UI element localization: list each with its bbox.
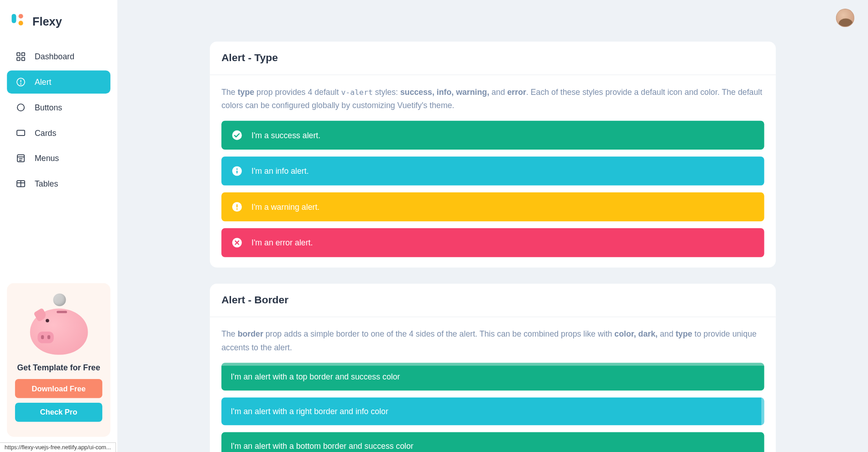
card-title: Alert - Border (221, 294, 764, 307)
alert-text: I'm an error alert. (251, 238, 313, 247)
alert-text: I'm an info alert. (251, 166, 309, 176)
sidebar-item-dashboard[interactable]: Dashboard (7, 45, 110, 68)
svg-point-18 (236, 168, 238, 170)
circle-icon (15, 102, 26, 113)
app-name: Flexy (32, 15, 62, 28)
promo-card: Get Template for Free Download Free Chec… (7, 283, 110, 437)
alert-text: I'm an alert with a top border and succe… (230, 372, 400, 381)
card-body: The border prop adds a simple border to … (210, 317, 776, 452)
card-body: The type prop provides 4 default v-alert… (210, 75, 776, 268)
alert-circle-icon (15, 76, 26, 88)
promo-title: Get Template for Free (15, 363, 102, 372)
svg-rect-3 (22, 57, 25, 61)
sidebar-item-tables[interactable]: Tables (7, 172, 110, 195)
alert-text: I'm an alert with a right border and inf… (230, 407, 388, 416)
sidebar-item-buttons[interactable]: Buttons (7, 96, 110, 119)
alert-border-bottom: I'm an alert with a bottom border and su… (221, 432, 764, 452)
card-header: Alert - Border (210, 284, 776, 317)
svg-rect-21 (236, 204, 238, 208)
svg-rect-1 (22, 53, 25, 56)
x-circle-icon (230, 236, 243, 249)
check-pro-button[interactable]: Check Pro (15, 403, 102, 422)
check-circle-icon (230, 129, 243, 142)
browser-status-bar: https://flexy-vuejs-free.netlify.app/ui-… (0, 442, 116, 452)
alert-text: I'm a success alert. (251, 131, 320, 140)
card-icon (15, 127, 26, 139)
svg-rect-0 (17, 53, 20, 56)
download-free-button[interactable]: Download Free (15, 379, 102, 398)
alert-border-top: I'm an alert with a top border and succe… (221, 363, 764, 390)
piggy-bank-icon (27, 293, 90, 357)
logo[interactable]: Flexy (7, 9, 110, 40)
sidebar-item-label: Buttons (35, 103, 62, 112)
svg-rect-2 (17, 57, 20, 61)
sidebar-item-menus[interactable]: Menus (7, 147, 110, 170)
sidebar-item-label: Tables (35, 179, 58, 188)
alert-text: I'm an alert with a bottom border and su… (230, 442, 413, 451)
alert-error: I'm an error alert. (221, 229, 764, 257)
card-alert-border: Alert - Border The border prop adds a si… (210, 284, 776, 452)
sidebar: Flexy Dashboard Alert Buttons Cards (0, 0, 117, 452)
logo-mark-icon (11, 14, 26, 29)
alert-border-right: I'm an alert with a right border and inf… (221, 397, 764, 425)
svg-rect-8 (17, 130, 25, 135)
card-title: Alert - Type (221, 52, 764, 64)
svg-point-22 (236, 208, 238, 210)
card-header: Alert - Type (210, 42, 776, 75)
dashboard-icon (15, 51, 26, 62)
alert-text: I'm a warning alert. (251, 203, 319, 212)
info-circle-icon (230, 165, 243, 177)
topbar (117, 0, 868, 36)
svg-point-6 (21, 84, 21, 84)
sidebar-item-alert[interactable]: Alert (7, 71, 110, 94)
alert-info: I'm an info alert. (221, 157, 764, 186)
card-description: The border prop adds a simple border to … (221, 327, 764, 353)
sidebar-item-label: Dashboard (35, 52, 74, 61)
svg-point-7 (17, 104, 24, 111)
sidebar-item-label: Cards (35, 128, 56, 137)
sidebar-item-cards[interactable]: Cards (7, 121, 110, 145)
sidebar-nav: Dashboard Alert Buttons Cards Menus (7, 45, 110, 197)
menu-icon (15, 152, 26, 164)
exclamation-circle-icon (230, 201, 243, 213)
alert-success: I'm a success alert. (221, 121, 764, 150)
sidebar-item-label: Alert (35, 78, 51, 87)
table-icon (15, 178, 26, 189)
user-avatar[interactable] (836, 9, 855, 27)
main-content: Alert - Type The type prop provides 4 de… (117, 0, 868, 452)
card-description: The type prop provides 4 default v-alert… (221, 85, 764, 111)
alert-warning: I'm a warning alert. (221, 192, 764, 221)
svg-rect-19 (236, 171, 238, 173)
sidebar-item-label: Menus (35, 154, 59, 163)
card-alert-type: Alert - Type The type prop provides 4 de… (210, 42, 776, 268)
